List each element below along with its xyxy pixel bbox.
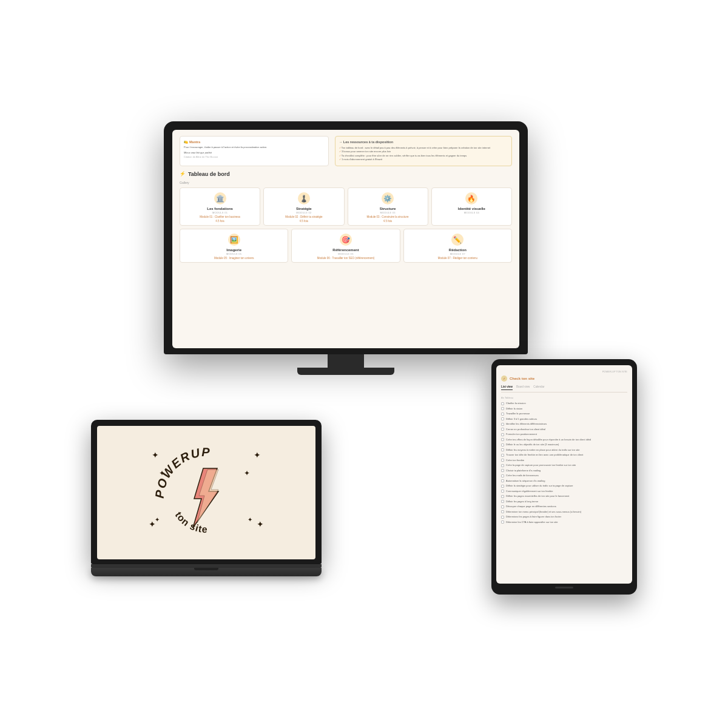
powerup-logo: ✦ ✦ ✦ ✦ POWERUP — [146, 438, 267, 547]
resource-4: 1 mois d'abonnement gratuit à Showit — [339, 158, 508, 161]
checkbox-6[interactable] — [501, 428, 504, 431]
checkbox-11[interactable] — [501, 454, 504, 457]
checkbox-7[interactable] — [501, 433, 504, 436]
laptop-base — [91, 568, 322, 576]
checklist-item-12: Créer ton freebie — [501, 459, 627, 462]
checklist-item-22: Déterminer ton menu principal (header) e… — [501, 510, 627, 514]
checklist-item-21: Découper chaque page en différentes sect… — [501, 505, 627, 508]
checkbox-19[interactable] — [501, 495, 504, 498]
checklist-item-18: Communiquer régulièrement sur ton freebi… — [501, 490, 627, 493]
module-card-2[interactable]: ♟️ Stratégie MODULE 02 Module 02 : Défin… — [263, 187, 344, 226]
module-card-6[interactable]: 🎯 Référencement MODULE 06 Module 06 : Tr… — [291, 229, 400, 263]
checkbox-8[interactable] — [501, 438, 504, 441]
module-7-link[interactable]: Module 07 : Rédiger ton contenu — [406, 257, 509, 260]
checkbox-5[interactable] — [501, 423, 504, 426]
checkbox-21[interactable] — [501, 505, 504, 508]
checkbox-3[interactable] — [501, 413, 504, 416]
module-3-sub: MODULE 03 — [351, 211, 425, 214]
checklist-item-10: Définir les moyens à mettre en place pou… — [501, 448, 627, 452]
svg-text:✦: ✦ — [244, 469, 250, 477]
checkbox-13[interactable] — [501, 464, 504, 467]
module-card-4[interactable]: 🔥 Identité visuelle MODULE 04 — [431, 187, 512, 226]
logo-svg: POWERUP ton site ✦ ✦ ✦ ✦ — [146, 438, 267, 547]
module-card-3[interactable]: ⚙️ Structure MODULE 03 Module 03 : Const… — [348, 187, 428, 226]
checklist-item-1: Clarifier la mission — [501, 402, 627, 405]
module-card-1[interactable]: 🏛️ Les fondations MODULE 01 Module 01 : … — [180, 187, 260, 226]
tablet-home-button[interactable] — [555, 587, 573, 588]
module-2-score: 4.5 fois — [266, 220, 341, 223]
tablet-screen: POWER-UP TON SITE ✓ Check ton site List … — [496, 365, 632, 584]
laptop: ✦ ✦ ✦ ✦ POWERUP — [91, 420, 322, 576]
module-1-link[interactable]: Module 01 : Clarifier ton business — [183, 215, 257, 218]
star-icon-3: ✦ — [149, 519, 156, 529]
module-card-5[interactable]: 🖼️ Imagerie MODULE 05 Module 05 : Imagin… — [180, 229, 288, 263]
checkbox-10[interactable] — [501, 448, 504, 451]
checklist-item-2: Définir la vision — [501, 407, 627, 411]
checkbox-15[interactable] — [501, 474, 504, 477]
module-card-7[interactable]: ✏️ Rédaction MODULE 07 Module 07 : Rédig… — [403, 229, 512, 263]
module-5-name: Imagerie — [183, 248, 285, 252]
checklist-item-8: Créer tes offres de façon détaillée pour… — [501, 438, 627, 442]
tab-calendar[interactable]: Calendar — [533, 385, 544, 390]
modules-grid-top: 🏛️ Les fondations MODULE 01 Module 01 : … — [180, 187, 512, 226]
checklist-item-19: Définir les pages essentielles de ton si… — [501, 494, 627, 498]
checkbox-23[interactable] — [501, 516, 504, 519]
checkbox-12[interactable] — [501, 459, 504, 462]
checkbox-4[interactable] — [501, 417, 504, 420]
scene: 🍋 Mantra Pour t'encourager, t'aider à pa… — [91, 121, 637, 607]
resources-title: → Les ressources à ta disposition — [339, 140, 508, 144]
tab-list-view[interactable]: List view — [501, 385, 513, 390]
tablet-section-title: ✓ Check ton site — [501, 376, 627, 382]
module-6-link[interactable]: Module 06 : Travailler ton SEO (référenc… — [294, 257, 397, 260]
checkbox-24[interactable] — [501, 521, 504, 524]
tablet: POWER-UP TON SITE ✓ Check ton site List … — [491, 359, 637, 595]
tablet-app-header: POWER-UP TON SITE — [501, 370, 627, 373]
modules-grid-bottom: 🖼️ Imagerie MODULE 05 Module 05 : Imagin… — [180, 229, 512, 263]
checklist-item-4: Définir 3 à 5 grandes valeurs — [501, 417, 627, 421]
checkbox-9[interactable] — [501, 443, 504, 447]
checklist-item-5: Identifier les éléments différenciateurs — [501, 422, 627, 426]
svg-text:✏️: ✏️ — [453, 235, 462, 244]
mantra-text: Pour t'encourager, t'aider à passer à l'… — [184, 146, 325, 149]
checklist-item-24: Détermine les CTA à faire apparaître sur… — [501, 521, 627, 524]
module-2-link[interactable]: Module 02 : Définir ta stratégie — [266, 215, 341, 218]
mantra-quote: Mieux vaut fait que parfait — [184, 151, 325, 155]
module-6-name: Référencement — [294, 248, 397, 252]
tab-board-view[interactable]: Board view — [516, 385, 530, 390]
dashboard-title: Tableau de bord — [180, 171, 512, 177]
tablet-tabs: List view Board view Calendar — [501, 385, 627, 393]
checkbox-20[interactable] — [501, 500, 504, 503]
star-icon-4: ✦ — [257, 519, 264, 529]
module-1-sub: MODULE 01 — [183, 211, 257, 214]
monitor: 🍋 Mantra Pour t'encourager, t'aider à pa… — [164, 121, 528, 375]
checklist-item-7: Formuler ton positionnement — [501, 433, 627, 436]
svg-text:✦: ✦ — [248, 516, 252, 523]
module-2-sub: MODULE 02 — [266, 211, 341, 214]
module-3-name: Structure — [351, 207, 425, 211]
checklist-container: Clarifier la missionDéfinir la visionTra… — [501, 402, 627, 524]
svg-text:🎯: 🎯 — [342, 235, 350, 244]
module-3-link[interactable]: Module 03 : Construire la structure — [351, 215, 425, 218]
checklist-item-9: Définir le ou les objectifs de ton site … — [501, 443, 627, 447]
module-5-sub: MODULE 05 — [183, 252, 285, 255]
monitor-neck — [328, 354, 364, 368]
checklist-item-16: Automatiser la séquence d'e-mailing — [501, 479, 627, 483]
checkbox-1[interactable] — [501, 402, 504, 405]
star-icon-2: ✦ — [254, 450, 261, 460]
checkbox-16[interactable] — [501, 479, 504, 482]
checklist-item-15: Créer les mails de bienvenues — [501, 474, 627, 477]
checklist-item-14: Choisir ta plateforme d'e-mailing — [501, 469, 627, 473]
module-5-link[interactable]: Module 05 : Imaginer ton univers — [183, 257, 285, 260]
monitor-screen: 🍋 Mantra Pour t'encourager, t'aider à pa… — [172, 130, 519, 348]
checkbox-14[interactable] — [501, 469, 504, 472]
checkbox-17[interactable] — [501, 485, 504, 488]
checkbox-18[interactable] — [501, 490, 504, 493]
monitor-base — [297, 368, 394, 375]
check-circle-icon: ✓ — [501, 376, 507, 382]
module-1-score: 4.5 fois — [183, 220, 257, 223]
gallery-label: Gallery — [180, 181, 512, 184]
checklist-item-6: Cerner en profondeur ton client idéal — [501, 428, 627, 431]
checkbox-2[interactable] — [501, 407, 504, 410]
module-3-score: 4.5 fois — [351, 220, 425, 223]
checkbox-22[interactable] — [501, 510, 504, 513]
